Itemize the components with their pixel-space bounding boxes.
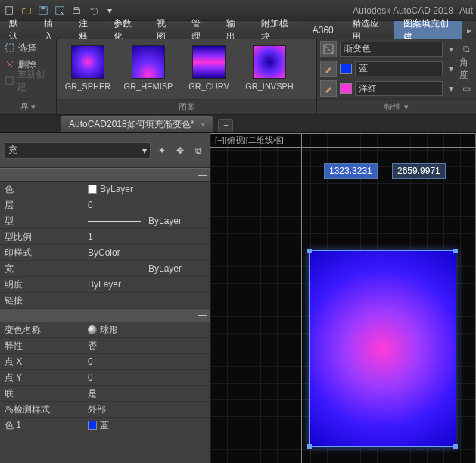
paint-icon[interactable] [320, 61, 337, 77]
swatch-gr-spher[interactable]: GR_SPHER [63, 45, 113, 91]
layers-icon[interactable]: ⧉ [459, 42, 473, 56]
prop-row[interactable]: 印样式ByColor [0, 245, 210, 261]
save-icon[interactable] [36, 4, 50, 17]
prop-label: 链接 [0, 294, 85, 307]
prop-row[interactable]: 宽ByLayer [0, 261, 210, 277]
delete-icon [5, 59, 15, 70]
color2-dropdown[interactable]: 洋红 [355, 81, 443, 96]
section-hatch[interactable]: — [0, 309, 210, 322]
prop-value[interactable]: 否 [85, 340, 210, 353]
saveas-icon[interactable] [53, 4, 67, 17]
dropdown-arrow-icon[interactable]: ▾ [446, 44, 456, 54]
menu-addins[interactable]: 附加模块 [252, 21, 303, 39]
color2-chip[interactable] [340, 83, 352, 94]
prop-value[interactable]: 外部 [85, 403, 210, 416]
prop-label: 释性 [0, 340, 85, 353]
prop-value[interactable]: 蓝 [85, 419, 210, 432]
prop-row[interactable]: 点 Y0 [0, 370, 210, 386]
slider-icon[interactable]: ▭ [459, 82, 473, 95]
dropdown-arrow-icon[interactable]: ▾ [446, 64, 456, 74]
ribbon-bounds-label[interactable]: 界 ▾ [0, 99, 56, 114]
prop-label: 点 Y [0, 371, 85, 384]
svg-rect-7 [6, 77, 13, 84]
ribbon: 选择 删除 重新创建 界 ▾ GR_SPHER GR_HEMISP GR_CUR… [0, 39, 476, 115]
menu-parametric[interactable]: 参数化 [104, 21, 148, 39]
prop-value[interactable]: ByLayer [85, 184, 210, 194]
close-icon[interactable]: × [200, 120, 205, 130]
new-icon[interactable] [3, 4, 17, 17]
prop-value[interactable]: ByLayer [85, 216, 210, 226]
swatch-gr-hemisp[interactable]: GR_HEMISP [123, 45, 173, 91]
prop-value[interactable]: ByColor [85, 247, 210, 258]
qat-dropdown-icon[interactable]: ▾ [103, 4, 117, 17]
prop-value[interactable]: 0 [85, 372, 210, 383]
prop-row[interactable]: 型比例1 [0, 229, 210, 245]
prop-value[interactable]: ByLayer [85, 263, 210, 274]
properties-panel: 充▾ ✦ ✥ ⧉ — 色ByLayer层0型ByLayer型比例1印样式ByCo… [0, 133, 210, 463]
ribbon-props-label[interactable]: 特性 ▾ [317, 99, 476, 114]
svg-rect-5 [74, 7, 78, 9]
menu-view[interactable]: 视图 [148, 21, 182, 39]
prop-value[interactable]: 球形 [85, 324, 210, 337]
prop-row[interactable]: 联是 [0, 386, 210, 402]
swatch-gr-invsph[interactable]: GR_INVSPH [244, 45, 294, 91]
prop-row[interactable]: 释性否 [0, 338, 210, 354]
prop-label: 层 [0, 199, 85, 212]
drawing-viewport[interactable]: [−][俯视][二维线框] 1323.3231 2659.9971 [210, 133, 476, 463]
prop-row[interactable]: 变色名称球形 [0, 322, 210, 338]
prop-label: 明度 [0, 278, 85, 291]
prop-row[interactable]: 链接 [0, 293, 210, 309]
swatch-preview [192, 45, 226, 79]
gradient-rectangle[interactable] [309, 250, 456, 447]
menu-a360[interactable]: A360 [303, 21, 343, 39]
prop-row[interactable]: 色 1蓝 [0, 418, 210, 433]
prop-row[interactable]: 层0 [0, 197, 210, 213]
open-icon[interactable] [20, 4, 33, 17]
object-type-combo[interactable]: 充▾ [5, 142, 151, 159]
swatch-label: GR_HEMISP [124, 82, 173, 91]
swatch-preview [253, 45, 286, 79]
gradient-type-dropdown[interactable]: 渐变色 [340, 42, 443, 57]
menu-overflow-icon[interactable]: ▸ [462, 25, 476, 36]
paint-icon[interactable] [320, 80, 337, 97]
prop-value[interactable]: 1 [85, 232, 210, 242]
prop-row[interactable]: 点 X0 [0, 354, 210, 370]
prop-row[interactable]: 色ByLayer [0, 182, 210, 197]
coord-y-badge: 2659.9971 [392, 163, 446, 179]
menu-featured[interactable]: 精选应用 [343, 21, 394, 39]
menu-default[interactable]: 默认 [0, 21, 35, 39]
prop-row[interactable]: 岛检测样式外部 [0, 402, 210, 418]
menu-insert[interactable]: 插入 [35, 21, 70, 39]
add-selection-icon[interactable]: ✥ [173, 144, 187, 157]
ribbon-bounds-panel: 选择 删除 重新创建 界 ▾ [0, 39, 57, 114]
prop-value[interactable]: ByLayer [85, 279, 210, 290]
section-general[interactable]: — [0, 168, 210, 182]
dropdown-arrow-icon[interactable]: ▾ [446, 83, 456, 94]
color1-dropdown[interactable]: 蓝 [355, 61, 443, 76]
prop-value[interactable]: 是 [85, 387, 210, 400]
ribbon-pattern-label[interactable]: 图案 [57, 99, 316, 114]
menu-output[interactable]: 输出 [217, 21, 252, 39]
view-controls[interactable]: [−][俯视][二维线框] [215, 135, 284, 146]
quick-select-icon[interactable]: ✦ [155, 144, 169, 157]
ruler-top [210, 133, 476, 134]
menu-hatch-create[interactable]: 图案填充创建 [394, 21, 462, 39]
swatch-gr-curv[interactable]: GR_CURV [184, 45, 234, 91]
menu-manage[interactable]: 管理 [182, 21, 217, 39]
prop-value[interactable]: 0 [85, 200, 210, 210]
prop-label: 变色名称 [0, 324, 85, 337]
recreate-icon [5, 76, 14, 86]
menu-annotate[interactable]: 注释 [70, 21, 104, 39]
prop-row[interactable]: 明度ByLayer [0, 277, 210, 293]
undo-icon[interactable] [86, 4, 100, 17]
document-tab[interactable]: AutoCAD2018如何填充渐变色* × [61, 116, 213, 132]
prop-row[interactable]: 型ByLayer [0, 213, 210, 229]
prop-value[interactable]: 0 [85, 356, 210, 367]
print-icon[interactable] [70, 4, 83, 17]
filter-icon[interactable]: ⧉ [191, 144, 205, 157]
new-tab-button[interactable]: + [218, 119, 233, 132]
prop-label: 印样式 [0, 247, 85, 259]
type-icon[interactable] [320, 41, 337, 57]
select-button[interactable]: 选择 [0, 39, 56, 56]
color1-chip[interactable] [340, 64, 352, 74]
